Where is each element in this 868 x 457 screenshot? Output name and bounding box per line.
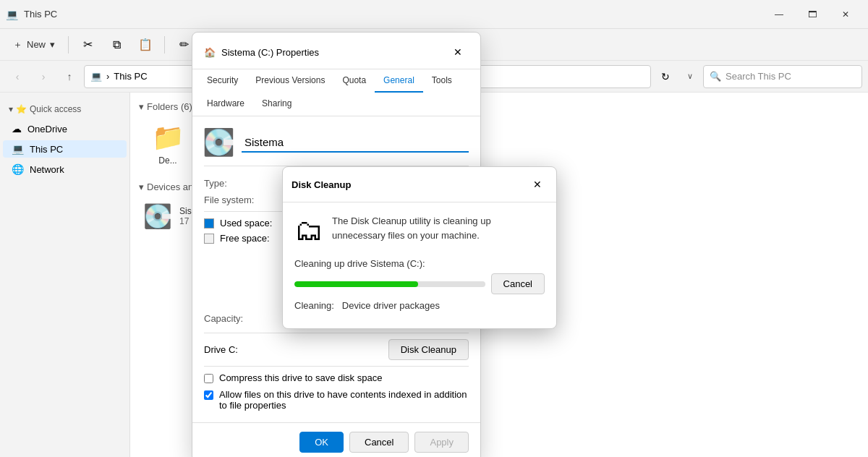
ok-button[interactable]: OK (299, 432, 344, 453)
disk-cleanup-dialog[interactable]: Disk Cleanup ✕ 🗂 The Disk Cleanup utilit… (282, 166, 557, 329)
free-label: Free space: (220, 233, 270, 244)
network-icon: 🌐 (12, 163, 24, 175)
folder-name: De... (158, 155, 176, 166)
copy-button[interactable]: ⧉ (103, 32, 129, 58)
cleanup-icon: 🗂 (294, 214, 323, 247)
search-icon: 🔍 (710, 71, 721, 82)
folder-icon: 📁 (152, 122, 184, 153)
sidebar-group-onedrive: ☁ OneDrive (0, 120, 129, 137)
up-button[interactable]: ↑ (58, 65, 81, 88)
close-button[interactable]: ✕ (829, 0, 862, 29)
properties-dialog-title: Sistema (C:) Properties (221, 47, 319, 58)
sidebar-item-onedrive[interactable]: ☁ OneDrive (3, 120, 127, 137)
properties-close-button[interactable]: ✕ (447, 41, 469, 63)
new-icon: ＋ (13, 38, 22, 51)
sidebar-quick-access-header[interactable]: ▾ ⭐ Quick access (0, 101, 129, 117)
chevron-devices-icon: ▾ (139, 181, 144, 192)
cleanup-message: The Disk Cleanup utility is cleaning up … (332, 214, 545, 242)
tab-general[interactable]: General (375, 69, 423, 93)
toolbar-separator-2 (164, 36, 165, 54)
prop-divider-2 (204, 366, 469, 367)
tab-previous-versions[interactable]: Previous Versions (247, 69, 333, 93)
progress-bar-fill (294, 281, 418, 287)
properties-tabs: Security Previous Versions Quota General… (192, 69, 480, 116)
cleanup-body: 🗂 The Disk Cleanup utility is cleaning u… (283, 202, 556, 328)
apply-button[interactable]: Apply (414, 432, 469, 453)
new-label: New (27, 39, 46, 50)
address-path: › (106, 71, 109, 82)
tab-security[interactable]: Security (198, 69, 247, 93)
drive-icon: 💽 (203, 127, 235, 158)
sidebar-group-this-pc: 💻 This PC (0, 140, 129, 158)
sidebar-group-network: 🌐 Network (0, 161, 129, 178)
capacity-label: Capacity: (204, 313, 243, 324)
drive-icon-box: 💽 (204, 128, 233, 157)
progress-section: Cleaning up drive Sistema (C:): Cancel C… (294, 258, 545, 311)
search-placeholder-text: Search This PC (726, 71, 791, 82)
progress-bar-bg (294, 281, 485, 287)
sidebar-item-quick-access-label: Quick access (30, 104, 81, 114)
paste-button[interactable]: 📋 (132, 32, 158, 58)
expand-button[interactable]: ∨ (680, 65, 700, 88)
cut-button[interactable]: ✂ (75, 32, 101, 58)
sidebar-item-this-pc[interactable]: 💻 This PC (3, 140, 127, 158)
tab-hardware[interactable]: Hardware (198, 93, 253, 116)
tab-quota[interactable]: Quota (333, 69, 375, 93)
window-title: This PC (24, 9, 57, 20)
tab-sharing[interactable]: Sharing (253, 93, 300, 116)
list-item[interactable]: 📁 De... (139, 118, 197, 170)
folders-header-label: Folders (6) (147, 101, 192, 112)
titlebar: 💻 This PC — 🗖 ✕ (0, 0, 868, 29)
properties-dialog-icon: 🏠 (204, 47, 216, 58)
window-icon: 💻 (6, 9, 18, 20)
used-color-swatch (204, 218, 214, 228)
index-checkbox-row[interactable]: Allow files on this drive to have conten… (204, 389, 469, 411)
properties-footer: OK Cancel Apply (192, 422, 480, 457)
this-pc-icon: 💻 (12, 143, 24, 155)
maximize-button[interactable]: 🗖 (796, 0, 829, 29)
onedrive-icon: ☁ (12, 123, 22, 134)
back-button[interactable]: ‹ (6, 65, 29, 88)
cleanup-close-button[interactable]: ✕ (527, 174, 548, 195)
disk-cleanup-button[interactable]: Disk Cleanup (388, 339, 469, 360)
drive-name-input[interactable] (242, 133, 469, 153)
sidebar-this-pc-label: This PC (30, 144, 63, 155)
titlebar-left: 💻 This PC (6, 9, 57, 20)
used-label: Used space: (220, 218, 272, 228)
new-button[interactable]: ＋ New ▾ (6, 35, 62, 54)
index-checkbox[interactable] (204, 390, 213, 400)
cleanup-title: Disk Cleanup (292, 179, 351, 190)
free-color-swatch (204, 234, 214, 244)
quick-access-icon: ⭐ (16, 104, 27, 114)
sidebar-item-network[interactable]: 🌐 Network (3, 161, 127, 178)
new-chevron-icon: ▾ (50, 39, 55, 50)
cleanup-cancel-button[interactable]: Cancel (491, 273, 545, 294)
toolbar-separator (68, 36, 69, 54)
fs-label: File system: (204, 195, 284, 205)
drive-label-row: Drive C: Disk Cleanup (204, 333, 469, 360)
compress-checkbox[interactable] (204, 374, 213, 383)
address-icon: 💻 (90, 71, 102, 82)
device-icon: 💽 (143, 202, 172, 230)
properties-titlebar: 🏠 Sistema (C:) Properties ✕ (192, 33, 480, 69)
cleanup-titlebar: Disk Cleanup ✕ (283, 167, 556, 202)
tab-tools[interactable]: Tools (423, 69, 461, 93)
sidebar-network-label: Network (30, 164, 64, 175)
drive-c-label: Drive C: (204, 344, 238, 355)
cleaning-prefix: Cleaning: (294, 300, 334, 311)
compress-checkbox-row[interactable]: Compress this drive to save disk space (204, 372, 469, 383)
forward-button[interactable]: › (32, 65, 55, 88)
refresh-button[interactable]: ↻ (654, 65, 677, 88)
progress-label: Cleaning up drive Sistema (C:): (294, 258, 545, 269)
type-label: Type: (204, 178, 284, 189)
sidebar-group-quick: ▾ ⭐ Quick access (0, 101, 129, 117)
chevron-icon: ▾ (9, 104, 13, 114)
cleaning-item: Device driver packages (342, 300, 440, 311)
minimize-button[interactable]: — (762, 0, 796, 29)
address-path-text: This PC (114, 71, 147, 82)
search-box[interactable]: 🔍 Search This PC (703, 65, 862, 88)
titlebar-controls: — 🗖 ✕ (762, 0, 862, 29)
cancel-button[interactable]: Cancel (349, 432, 409, 453)
progress-row: Cancel (294, 273, 545, 294)
compress-label: Compress this drive to save disk space (219, 372, 382, 383)
